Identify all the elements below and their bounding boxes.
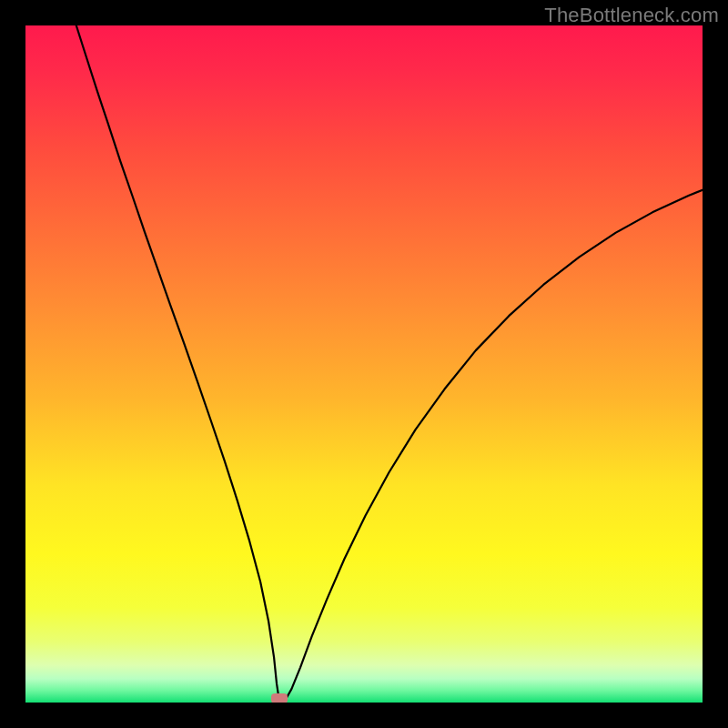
gradient-background (25, 25, 703, 703)
minimum-marker (271, 693, 288, 703)
chart-canvas (25, 25, 703, 703)
plot-area (25, 25, 703, 703)
watermark-text: TheBottleneck.com (544, 4, 719, 27)
chart-frame: TheBottleneck.com (0, 0, 728, 728)
